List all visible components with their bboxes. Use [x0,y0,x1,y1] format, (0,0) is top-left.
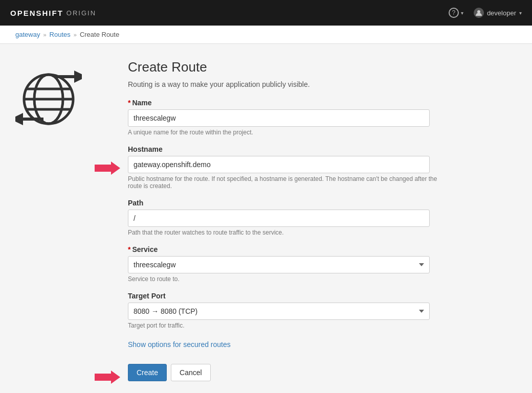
user-menu[interactable]: developer ▾ [474,8,522,18]
target-port-label: Target Port [128,292,445,300]
service-field-group: *Service threescalegw Service to route t… [128,245,445,283]
user-avatar-icon [474,8,484,18]
hostname-help: Public hostname for the route. If not sp… [128,175,445,190]
target-port-select[interactable]: 8080 → 8080 (TCP) [128,303,430,320]
name-help: A unique name for the route within the p… [128,129,445,136]
page-title: Create Route [128,59,445,75]
show-secured-routes-link[interactable]: Show options for secured routes [128,340,231,349]
breadcrumb-current: Create Route [80,31,119,38]
help-chevron-icon: ▾ [461,10,463,16]
svg-marker-10 [95,161,120,175]
breadcrumb-sep-1: » [43,32,46,38]
name-required: * [128,99,130,107]
route-icon [15,64,82,131]
service-required: * [128,245,130,253]
top-navigation: OPENSHIFT ORIGIN ? ▾ developer ▾ [0,0,532,26]
topnav-right: ? ▾ developer ▾ [449,8,522,18]
path-label: Path [128,199,445,207]
left-panel [15,59,128,381]
logo-origin: ORIGIN [66,9,96,17]
form-panel: Create Route Routing is a way to make yo… [128,59,445,381]
pink-arrow-hostname [95,160,120,177]
breadcrumb-routes[interactable]: Routes [50,31,71,38]
help-menu[interactable]: ? ▾ [449,8,463,18]
form-buttons: Create Cancel [128,364,445,381]
help-icon: ? [449,8,459,18]
name-label: *Name [128,99,445,107]
path-help: Path that the router watches to route tr… [128,229,445,236]
svg-marker-11 [95,371,120,384]
path-input[interactable] [128,210,430,227]
user-chevron-icon: ▾ [519,10,522,16]
main-content: Create Route Routing is a way to make yo… [0,44,532,393]
breadcrumb: gateway » Routes » Create Route [0,26,532,44]
user-label: developer [487,9,516,17]
breadcrumb-sep-2: » [74,32,77,38]
hostname-input[interactable] [128,156,430,173]
breadcrumb-gateway[interactable]: gateway [15,31,40,38]
hostname-label: Hostname [128,145,445,153]
globe-svg [15,64,82,131]
create-button[interactable]: Create [128,364,167,381]
name-input[interactable] [128,109,430,127]
cancel-button[interactable]: Cancel [171,364,211,381]
target-port-field-group: Target Port 8080 → 8080 (TCP) Target por… [128,292,445,329]
service-select[interactable]: threescalegw [128,256,430,273]
target-port-help: Target port for traffic. [128,322,445,329]
hostname-field-group: Hostname Public hostname for the route. … [128,145,445,190]
page-description: Routing is a way to make your applicatio… [128,80,445,88]
pink-arrow-create [95,369,120,386]
logo-openshift: OPENSHIFT [10,9,63,17]
name-field-group: *Name A unique name for the route within… [128,99,445,136]
service-help: Service to route to. [128,275,445,283]
logo: OPENSHIFT ORIGIN [10,9,96,17]
path-field-group: Path Path that the router watches to rou… [128,199,445,236]
service-label: *Service [128,245,445,253]
